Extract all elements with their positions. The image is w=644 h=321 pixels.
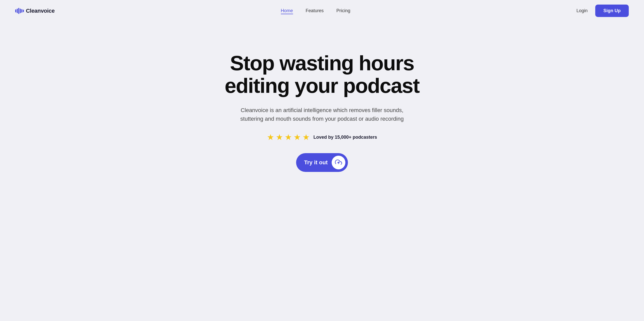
signup-button[interactable]: Sign Up xyxy=(595,5,629,17)
star-1: ★ xyxy=(267,132,274,142)
nav-link-features[interactable]: Features xyxy=(306,8,324,13)
bar-4 xyxy=(20,9,21,13)
login-link[interactable]: Login xyxy=(576,8,588,13)
nav-item-home[interactable]: Home xyxy=(281,8,293,13)
cta-button-label: Try it out xyxy=(304,159,328,166)
star-2: ★ xyxy=(276,132,283,142)
star-3: ★ xyxy=(285,132,292,142)
star-4: ★ xyxy=(294,132,301,142)
logo[interactable]: Cleanvoice xyxy=(15,8,55,14)
star-5: ★ xyxy=(302,132,310,142)
social-proof: ★ ★ ★ ★ ★ Loved by 15,000+ podcasters xyxy=(267,132,377,142)
cta-button-icon xyxy=(332,156,345,169)
upload-cloud-icon xyxy=(335,159,342,166)
bar-1 xyxy=(15,9,16,12)
nav-item-features[interactable]: Features xyxy=(306,8,324,13)
try-it-out-button[interactable]: Try it out xyxy=(296,153,348,172)
bar-5 xyxy=(21,9,22,13)
social-proof-text: Loved by 15,000+ podcasters xyxy=(313,135,377,140)
nav-right: Login Sign Up xyxy=(576,5,629,17)
nav-links: Home Features Pricing xyxy=(281,8,350,13)
hero-title: Stop wasting hours editing your podcast xyxy=(208,52,436,97)
hero-subtitle: Cleanvoice is an artificial intelligence… xyxy=(231,106,413,123)
nav-link-pricing[interactable]: Pricing xyxy=(336,8,350,13)
logo-text: Cleanvoice xyxy=(26,8,55,14)
navbar: Cleanvoice Home Features Pricing Login S… xyxy=(0,0,644,22)
logo-icon xyxy=(15,8,24,14)
bar-2 xyxy=(17,9,18,13)
bar-3 xyxy=(18,8,19,14)
nav-link-home[interactable]: Home xyxy=(281,8,293,14)
hero-section: Stop wasting hours editing your podcast … xyxy=(0,22,644,192)
star-rating: ★ ★ ★ ★ ★ xyxy=(267,132,310,142)
nav-item-pricing[interactable]: Pricing xyxy=(336,8,350,13)
bar-6 xyxy=(23,10,24,12)
